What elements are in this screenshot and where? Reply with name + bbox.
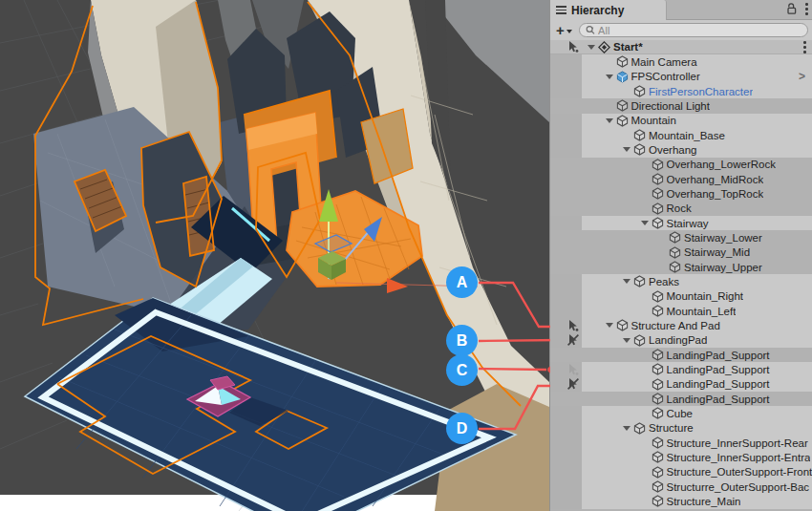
hierarchy-row-directional-light[interactable]: Directional Light bbox=[550, 98, 812, 113]
cube-icon bbox=[616, 99, 629, 112]
hierarchy-row-rock[interactable]: Rock bbox=[550, 202, 812, 216]
hierarchy-row-main-camera[interactable]: Main Camera bbox=[550, 54, 812, 69]
hierarchy-tree: Start*Main CameraFPSController>FirstPers… bbox=[550, 40, 812, 511]
pick-toggle-icon[interactable] bbox=[566, 319, 580, 332]
expand-arrow-icon[interactable] bbox=[623, 426, 630, 431]
object-label: Stairway_Mid bbox=[684, 246, 750, 258]
hierarchy-row-landingpad-support[interactable]: LandingPad_Support bbox=[550, 362, 812, 376]
hierarchy-row-structure-main[interactable]: Structure_Main bbox=[550, 494, 812, 508]
object-label: Structure bbox=[649, 422, 694, 434]
search-field[interactable] bbox=[579, 23, 808, 37]
hierarchy-row-landingpad-support[interactable]: LandingPad_Support bbox=[550, 392, 812, 406]
cube-icon bbox=[633, 422, 646, 435]
lock-icon[interactable] bbox=[786, 3, 797, 15]
object-label: FPSController bbox=[631, 71, 700, 82]
unity-scene-icon bbox=[598, 41, 610, 53]
hierarchy-row-structurre-outersupport-bac[interactable]: Structurre_OuterSupport-Bac bbox=[550, 479, 812, 494]
cube-icon bbox=[652, 202, 664, 215]
hierarchy-row-overhang-toprock[interactable]: Overhang_TopRock bbox=[550, 186, 812, 201]
search-icon bbox=[586, 25, 595, 35]
object-label: Mountain_Right bbox=[667, 290, 744, 302]
object-label: Overhang_TopRock bbox=[667, 188, 764, 200]
hierarchy-row-firstpersoncharacter[interactable]: FirstPersonCharacter bbox=[550, 84, 812, 98]
hierarchy-row-stairway[interactable]: Stairway bbox=[550, 216, 812, 230]
prefab-cube-icon bbox=[616, 71, 629, 83]
cube-icon bbox=[616, 55, 629, 68]
hierarchy-row-stairway-upper[interactable]: Stairway_Upper bbox=[550, 260, 812, 274]
prefab-chevron-icon[interactable]: > bbox=[799, 70, 805, 83]
hierarchy-row-structure[interactable]: Structure bbox=[550, 421, 812, 436]
hierarchy-row-structure-innersupport-entra[interactable]: Structure_InnerSupport-Entra bbox=[550, 450, 812, 464]
add-object-button[interactable]: + bbox=[554, 23, 574, 37]
tab-bar: Hierarchy bbox=[550, 0, 812, 20]
expand-arrow-icon[interactable] bbox=[588, 45, 595, 50]
cube-icon bbox=[652, 451, 664, 463]
hierarchy-row-overhang-lowerrock[interactable]: Overhang_LowerRock bbox=[550, 158, 812, 172]
expand-arrow-icon[interactable] bbox=[623, 338, 630, 343]
cube-icon bbox=[616, 319, 629, 331]
cube-icon bbox=[652, 349, 664, 361]
hierarchy-row-overhang-midrock[interactable]: Overhang_MidRock bbox=[550, 172, 812, 186]
object-label: LandingPad bbox=[649, 334, 707, 346]
unity-editor-window: Hierarchy + bbox=[0, 0, 812, 511]
object-label: Start* bbox=[613, 41, 643, 53]
hierarchy-row-stairway-mid[interactable]: Stairway_Mid bbox=[550, 245, 812, 260]
cube-icon bbox=[652, 393, 664, 405]
object-label: Structurre_OuterSupport-Bac bbox=[667, 481, 810, 493]
pick-disabled-icon[interactable] bbox=[566, 377, 580, 391]
expand-arrow-icon[interactable] bbox=[606, 75, 613, 79]
hierarchy-row-cube[interactable]: Cube bbox=[550, 406, 812, 420]
dropdown-caret-icon bbox=[566, 30, 572, 33]
cube-icon bbox=[652, 495, 664, 507]
pick-disabled-icon[interactable] bbox=[566, 333, 580, 347]
pick-toggle-icon[interactable] bbox=[566, 40, 580, 53]
object-label: Stairway bbox=[667, 218, 709, 229]
search-input[interactable] bbox=[598, 25, 801, 36]
cube-icon bbox=[652, 436, 664, 449]
expand-arrow-icon[interactable] bbox=[623, 147, 630, 152]
expand-arrow-icon[interactable] bbox=[641, 221, 649, 225]
object-label: LandingPad_Support bbox=[667, 378, 770, 390]
cube-icon bbox=[652, 159, 664, 171]
hierarchy-row-mountain[interactable]: Mountain bbox=[550, 114, 812, 128]
object-label: Peaks bbox=[649, 276, 679, 287]
hierarchy-row-fpscontroller[interactable]: FPSController> bbox=[550, 70, 812, 84]
hierarchy-row-landingpad[interactable]: LandingPad bbox=[550, 333, 812, 348]
object-label: Structure_OuterSupport-Front bbox=[667, 466, 812, 478]
hierarchy-row-mountain-base[interactable]: Mountain_Base bbox=[550, 128, 812, 142]
object-label: LandingPad_Support bbox=[667, 394, 770, 405]
hierarchy-row-mountain-left[interactable]: Mountain_Left bbox=[550, 304, 812, 318]
cube-icon bbox=[652, 407, 664, 419]
object-label: Rock bbox=[667, 202, 692, 214]
object-label: Cube bbox=[667, 408, 694, 419]
scene-kebab-menu-icon[interactable] bbox=[803, 41, 806, 53]
hierarchy-row-start[interactable]: Start* bbox=[550, 40, 812, 54]
cube-icon bbox=[669, 261, 681, 273]
cube-icon bbox=[633, 129, 646, 141]
cube-icon bbox=[633, 85, 646, 97]
tab-hierarchy[interactable]: Hierarchy bbox=[550, 0, 667, 20]
hierarchy-row-mountain-right[interactable]: Mountain_Right bbox=[550, 289, 812, 304]
cube-icon bbox=[652, 187, 664, 200]
expand-arrow-icon[interactable] bbox=[606, 323, 613, 328]
object-label: Directional Light bbox=[631, 100, 710, 112]
hierarchy-row-landingpad-support[interactable]: LandingPad_Support bbox=[550, 348, 812, 362]
hierarchy-row-landingpad-support[interactable]: LandingPad_Support bbox=[550, 377, 812, 392]
cube-icon bbox=[669, 231, 681, 244]
expand-arrow-icon[interactable] bbox=[606, 118, 613, 123]
cube-icon bbox=[633, 143, 646, 156]
object-label: Structure_InnerSupport-Rear bbox=[667, 437, 808, 449]
hierarchy-row-stairway-lower[interactable]: Stairway_Lower bbox=[550, 230, 812, 245]
hierarchy-row-structure-and-pad[interactable]: Structure And Pad bbox=[550, 318, 812, 332]
hierarchy-row-peaks[interactable]: Peaks bbox=[550, 274, 812, 288]
hierarchy-row-structure-innersupport-rear[interactable]: Structure_InnerSupport-Rear bbox=[550, 436, 812, 450]
hierarchy-row-overhang[interactable]: Overhang bbox=[550, 142, 812, 157]
object-label: Structure_InnerSupport-Entra bbox=[667, 452, 811, 463]
pick-faded-icon[interactable] bbox=[566, 363, 580, 376]
expand-arrow-icon[interactable] bbox=[623, 279, 630, 284]
cube-icon bbox=[652, 290, 664, 303]
scene-view[interactable] bbox=[0, 0, 549, 511]
kebab-menu-icon[interactable] bbox=[805, 3, 808, 15]
object-label: FirstPersonCharacter bbox=[649, 86, 753, 97]
hierarchy-row-structure-outersupport-front[interactable]: Structure_OuterSupport-Front bbox=[550, 465, 812, 479]
